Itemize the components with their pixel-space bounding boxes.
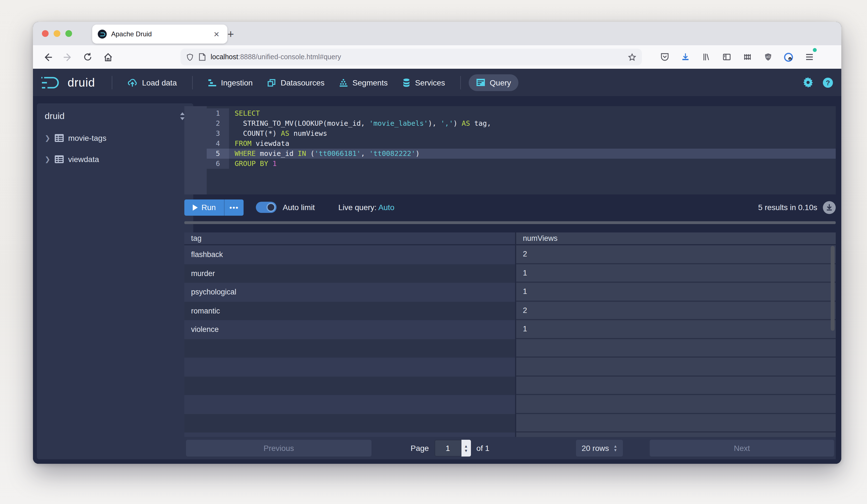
nav-query[interactable]: Query bbox=[468, 74, 518, 91]
home-icon[interactable] bbox=[99, 49, 116, 65]
rows-per-page-select[interactable]: 20 rows ▲▼ bbox=[576, 440, 623, 457]
table-scrollbar-thumb[interactable] bbox=[831, 246, 835, 331]
live-query: Live query: Auto bbox=[338, 203, 394, 212]
browser-toolbar: localhost:8888/unified-console.html#quer… bbox=[33, 45, 841, 69]
nav-load-data[interactable]: Load data bbox=[120, 74, 184, 91]
cell-tag[interactable]: murder bbox=[184, 264, 516, 283]
nav-ingestion[interactable]: Ingestion bbox=[200, 74, 260, 91]
cell-numviews[interactable]: 1 bbox=[516, 320, 836, 339]
column-header-numviews[interactable]: numViews bbox=[516, 233, 836, 245]
code-line[interactable]: 4FROM viewdata bbox=[207, 139, 836, 149]
cell-numviews bbox=[516, 414, 836, 432]
column-header-tag[interactable]: tag bbox=[184, 233, 516, 245]
next-page-button[interactable]: Next bbox=[650, 440, 834, 457]
run-more-button[interactable]: ••• bbox=[224, 199, 244, 215]
browser-tab[interactable]: Apache Druid ✕ bbox=[92, 24, 227, 44]
page-info-icon[interactable] bbox=[199, 53, 206, 61]
nav-services[interactable]: Services bbox=[395, 74, 452, 91]
editor-code[interactable]: 1SELECT2 STRING_TO_MV(LOOKUP(movie_id, '… bbox=[207, 106, 836, 194]
cell-tag bbox=[184, 414, 516, 432]
table-filler-row bbox=[184, 376, 836, 395]
cell-tag bbox=[184, 395, 516, 414]
cell-tag[interactable]: psychological bbox=[184, 283, 516, 301]
live-query-mode-link[interactable]: Auto bbox=[378, 203, 394, 212]
downloads-icon[interactable] bbox=[677, 49, 694, 65]
code-line[interactable]: 5WHERE movie_id IN ('tt0066181', 'tt0082… bbox=[207, 149, 836, 159]
sidebar-table-movie-tags[interactable]: ❯ movie-tags bbox=[45, 133, 185, 142]
help-icon[interactable]: ? bbox=[822, 77, 834, 88]
page-count-label: of 1 bbox=[476, 444, 489, 453]
close-window-button[interactable] bbox=[42, 30, 49, 37]
table-name: movie-tags bbox=[68, 133, 106, 142]
chevron-right-icon[interactable]: ❯ bbox=[45, 134, 50, 142]
table-icon bbox=[55, 134, 64, 142]
minimize-window-button[interactable] bbox=[54, 30, 60, 37]
previous-page-button[interactable]: Previous bbox=[186, 440, 372, 457]
tab-close-icon[interactable]: ✕ bbox=[211, 29, 222, 40]
maximize-window-button[interactable] bbox=[65, 30, 72, 37]
desktop: Apache Druid ✕ + bbox=[0, 0, 867, 504]
cell-numviews[interactable]: 2 bbox=[516, 245, 836, 264]
cell-tag bbox=[184, 432, 516, 437]
shield-permissions-icon[interactable] bbox=[186, 53, 194, 61]
cell-numviews bbox=[516, 395, 836, 414]
pane-resizer[interactable] bbox=[184, 221, 836, 224]
table-row: murder1 bbox=[184, 264, 836, 283]
code-line[interactable]: 2 STRING_TO_MV(LOOKUP(movie_id, 'movie_l… bbox=[207, 118, 836, 129]
nav-segments[interactable]: Segments bbox=[332, 74, 395, 91]
sidebar-toggle-icon[interactable] bbox=[718, 49, 735, 65]
app-menu-icon[interactable] bbox=[801, 49, 817, 65]
code-line[interactable]: 1SELECT bbox=[207, 108, 836, 118]
run-label: Run bbox=[201, 203, 216, 212]
nav-label: Segments bbox=[353, 78, 388, 87]
line-number: 3 bbox=[207, 129, 229, 139]
back-icon[interactable] bbox=[39, 49, 56, 65]
page-number-input[interactable]: 1 bbox=[434, 440, 461, 457]
results-summary: 5 results in 0.10s bbox=[758, 201, 836, 214]
query-main: 1SELECT2 STRING_TO_MV(LOOKUP(movie_id, '… bbox=[184, 96, 836, 464]
reload-icon[interactable] bbox=[79, 49, 96, 65]
window-controls bbox=[42, 30, 72, 37]
sql-editor[interactable]: 1SELECT2 STRING_TO_MV(LOOKUP(movie_id, '… bbox=[184, 106, 836, 194]
cell-numviews[interactable]: 1 bbox=[516, 264, 836, 283]
cell-numviews[interactable]: 2 bbox=[516, 301, 836, 320]
bookmark-star-icon[interactable] bbox=[628, 53, 636, 61]
pagination-bar: Previous Page 1 ▲▼ of 1 20 rows ▲▼ Next bbox=[184, 437, 836, 459]
results-text: 5 results in 0.10s bbox=[758, 203, 817, 212]
chevron-right-icon[interactable]: ❯ bbox=[45, 156, 50, 163]
run-button[interactable]: Run bbox=[184, 199, 224, 215]
code-line[interactable]: 6GROUP BY 1 bbox=[207, 159, 836, 169]
brand-name: druid bbox=[67, 76, 95, 89]
menu-notification-dot bbox=[813, 48, 816, 52]
containers-icon[interactable] bbox=[739, 49, 756, 65]
nav-label: Services bbox=[415, 78, 445, 87]
line-number: 2 bbox=[207, 118, 229, 129]
results-table: tagnumViews flashback2murder1psychologic… bbox=[184, 233, 836, 437]
druid-favicon bbox=[98, 30, 107, 39]
cell-numviews[interactable]: 1 bbox=[516, 283, 836, 301]
forward-icon[interactable] bbox=[59, 49, 76, 65]
cell-tag[interactable]: flashback bbox=[184, 245, 516, 264]
library-icon[interactable] bbox=[697, 49, 714, 65]
table-filler-row bbox=[184, 395, 836, 414]
download-results-icon[interactable] bbox=[823, 201, 836, 214]
cell-numviews bbox=[516, 357, 836, 376]
page-spinner[interactable]: ▲▼ bbox=[461, 440, 471, 457]
new-tab-button[interactable]: + bbox=[223, 26, 238, 42]
cell-tag[interactable]: romantic bbox=[184, 301, 516, 320]
code-line[interactable]: 3 COUNT(*) AS numViews bbox=[207, 129, 836, 139]
pocket-icon[interactable] bbox=[656, 49, 673, 65]
sidebar-table-viewdata[interactable]: ❯ viewdata bbox=[45, 155, 185, 164]
auto-limit-toggle[interactable] bbox=[256, 202, 277, 213]
nav-datasources[interactable]: Datasources bbox=[260, 74, 332, 91]
ublock-origin-icon[interactable]: uO bbox=[759, 49, 776, 65]
toolbar-extensions: uO bbox=[654, 49, 820, 65]
onepassword-icon[interactable] bbox=[780, 49, 797, 65]
settings-gear-icon[interactable] bbox=[803, 77, 813, 88]
tab-strip: Apache Druid ✕ + bbox=[33, 22, 841, 45]
line-number: 5 bbox=[207, 149, 229, 159]
url-bar[interactable]: localhost:8888/unified-console.html#quer… bbox=[180, 49, 642, 65]
cell-tag[interactable]: violence bbox=[184, 320, 516, 339]
browser-window: Apache Druid ✕ + bbox=[33, 22, 841, 464]
code-text: GROUP BY 1 bbox=[229, 159, 836, 169]
